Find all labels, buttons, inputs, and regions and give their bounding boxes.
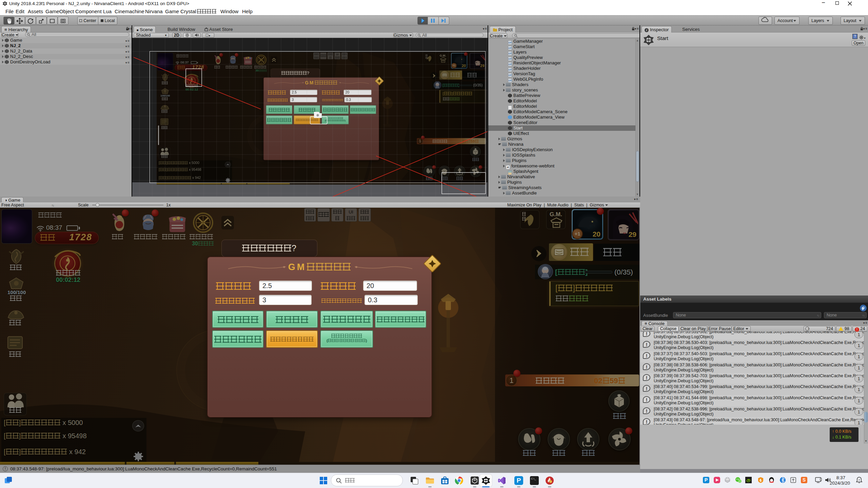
- svg-text:z: z: [859, 478, 860, 481]
